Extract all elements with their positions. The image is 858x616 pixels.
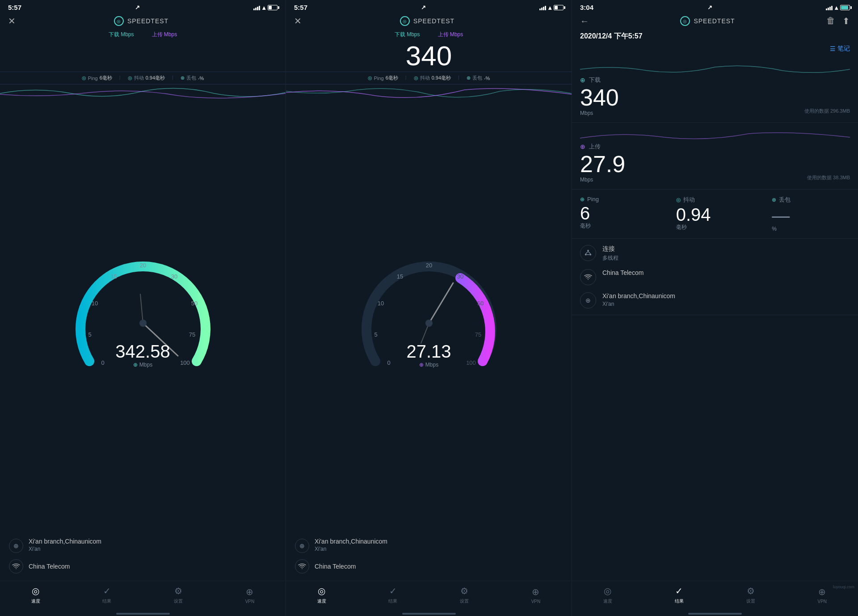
loss-icon-2: ⊗ <box>467 75 471 81</box>
svg-line-21 <box>429 283 453 323</box>
conn-type-primary: 连接 <box>602 245 618 253</box>
app-header-1: ✕ ◎ SPEEDTEST <box>0 13 286 29</box>
nav-vpn-3[interactable]: ⊕ VPN <box>818 586 827 604</box>
svg-text:75: 75 <box>189 331 195 338</box>
server-info-1: ⊕ Xi'an branch,Chinaunicom Xi'an <box>9 538 277 553</box>
jitter-label-1: 抖动 <box>134 75 144 81</box>
vpn-nav-label-3: VPN <box>818 599 827 604</box>
ping-dot: ⊕ <box>580 196 585 203</box>
loss-label-row: ⊗ 丢包 <box>772 196 850 204</box>
nav-speed-3[interactable]: ◎ 速度 <box>603 586 612 604</box>
close-button-1[interactable]: ✕ <box>8 16 16 26</box>
ping-value-3: 6 <box>580 204 658 222</box>
nav-results-3[interactable]: ✓ 结果 <box>675 586 684 604</box>
home-bar-2 <box>402 613 456 615</box>
nav-speed-2[interactable]: ◎ 速度 <box>317 586 326 604</box>
loss-col: ⊗ 丢包 — % <box>772 196 850 232</box>
notes-button[interactable]: ☰ 笔记 <box>572 43 858 56</box>
bottom-nav-2: ◎ 速度 ✓ 结果 ⚙ 设置 ⊕ VPN <box>286 581 572 613</box>
bottom-info-2: ⊕ Xi'an branch,Chinaunicom Xi'an China T… <box>286 531 572 581</box>
wifi-icon-1: ▴ <box>262 4 265 11</box>
svg-text:75: 75 <box>475 331 481 338</box>
nav-settings-1[interactable]: ⚙ 设置 <box>174 586 183 604</box>
speedtest-logo-1: ◎ <box>114 16 124 26</box>
dl-label-row: ⊕ 下载 <box>580 76 850 84</box>
svg-text:30: 30 <box>171 273 177 280</box>
loss-value-2: -% <box>484 76 490 81</box>
jitter-label-3: 抖动 <box>683 196 695 204</box>
time-3: 3:04 <box>580 4 593 11</box>
svg-text:0: 0 <box>387 359 390 366</box>
nav-settings-2[interactable]: ⚙ 设置 <box>460 586 469 604</box>
loss-label-2: 丢包 <box>472 75 482 81</box>
home-bar-3 <box>688 613 742 615</box>
speedtest-logo-2: ◎ <box>400 16 410 26</box>
svg-point-23 <box>425 320 433 327</box>
speed-nav-label-1: 速度 <box>31 598 40 604</box>
dl-data-usage: 使用的数据 296.3MB <box>804 108 850 114</box>
nav-vpn-2[interactable]: ⊕ VPN <box>531 586 541 604</box>
signal-bars-1 <box>253 5 260 10</box>
results-header: ← ◎ SPEEDTEST 🗑 ⬆ <box>572 13 858 29</box>
nav-vpn-1[interactable]: ⊕ VPN <box>245 586 255 604</box>
battery-icon-3 <box>840 5 850 10</box>
app-title-3: ◎ SPEEDTEST <box>680 16 735 26</box>
speed-nav-icon-1: ◎ <box>32 586 39 596</box>
stats-row-1: ◎ Ping 6毫秒 | ◎ 抖动 0.94毫秒 | ⊗ 丢包 -% <box>0 72 286 84</box>
jitter-label-2: 抖动 <box>420 75 430 81</box>
settings-nav-icon-2: ⚙ <box>460 586 468 596</box>
results-nav-label-3: 结果 <box>675 598 684 604</box>
svg-point-24 <box>587 250 589 252</box>
location-icon-1: ↗ <box>135 4 140 11</box>
wifi-icon-isp-1 <box>9 559 23 574</box>
nav-results-1[interactable]: ✓ 结果 <box>102 586 111 604</box>
home-indicator-3 <box>572 613 858 616</box>
isp-name-2: China Telecom <box>315 563 356 570</box>
upload-label-1: 上传 Mbps <box>152 31 177 38</box>
home-indicator-1 <box>0 613 286 616</box>
jitter-dot: ◎ <box>676 197 681 203</box>
wave-svg-1 <box>0 84 286 102</box>
ul-value: 27.9 <box>580 152 850 176</box>
location-icon-2: ↗ <box>421 4 426 11</box>
ul-wave <box>580 129 850 143</box>
bottom-nav-1: ◎ 速度 ✓ 结果 ⚙ 设置 ⊕ VPN <box>0 581 286 613</box>
speed-nav-label-3: 速度 <box>603 598 612 604</box>
speed-nav-icon-3: ◎ <box>604 586 611 596</box>
results-date: 2020/12/4 下午5:57 <box>572 29 858 43</box>
ping-unit: 毫秒 <box>580 222 658 230</box>
nav-results-2[interactable]: ✓ 结果 <box>388 586 397 604</box>
battery-icon-1 <box>268 5 278 10</box>
bottom-nav-3: ◎ 速度 ✓ 结果 ⚙ 设置 ⊕ VPN <box>572 581 858 613</box>
ping-icon-2: ◎ <box>368 75 372 81</box>
nav-settings-3[interactable]: ⚙ 设置 <box>746 586 755 604</box>
close-button-2[interactable]: ✕ <box>294 16 302 26</box>
speed-nav-icon-2: ◎ <box>318 586 325 596</box>
jitter-col: ◎ 抖动 0.94 毫秒 <box>676 196 754 232</box>
conn-server-text: Xi'an branch,Chinaunicom Xi'an <box>602 292 675 307</box>
status-bar-3: 3:04 ↗ ▴ <box>572 0 858 13</box>
server-text-2: Xi'an branch,Chinaunicom Xi'an <box>315 538 387 552</box>
nav-speed-1[interactable]: ◎ 速度 <box>31 586 40 604</box>
status-icons-2: ▴ <box>539 4 564 11</box>
ping-label-row: ⊕ Ping <box>580 196 658 203</box>
app-title-1: ◎ SPEEDTEST <box>114 16 168 26</box>
svg-point-11 <box>139 320 147 327</box>
isp-info-1: China Telecom <box>9 559 277 574</box>
jitter-value-3: 0.94 <box>676 206 754 224</box>
isp-info-2: China Telecom <box>295 559 563 574</box>
gauge-unit-text-2: Mbps <box>425 362 438 368</box>
title-text-2: SPEEDTEST <box>413 17 454 25</box>
svg-text:15: 15 <box>396 273 403 280</box>
share-icon[interactable]: ⬆ <box>842 16 850 26</box>
gauge-value-1: 342.58 <box>115 342 170 362</box>
results-scroll[interactable]: ⊕ 下载 340 Mbps 使用的数据 296.3MB ⊕ 上传 27.9 Mb… <box>572 56 858 581</box>
jitter-stat-2: ◎ 抖动 0.94毫秒 <box>414 75 451 81</box>
delete-icon[interactable]: 🗑 <box>826 16 835 26</box>
back-button[interactable]: ← <box>580 16 589 26</box>
wave-area-1 <box>0 84 286 102</box>
jitter-icon-2: ◎ <box>414 75 418 81</box>
svg-line-27 <box>586 251 588 253</box>
wave-area-2 <box>286 84 572 102</box>
settings-nav-icon-3: ⚙ <box>747 586 755 596</box>
